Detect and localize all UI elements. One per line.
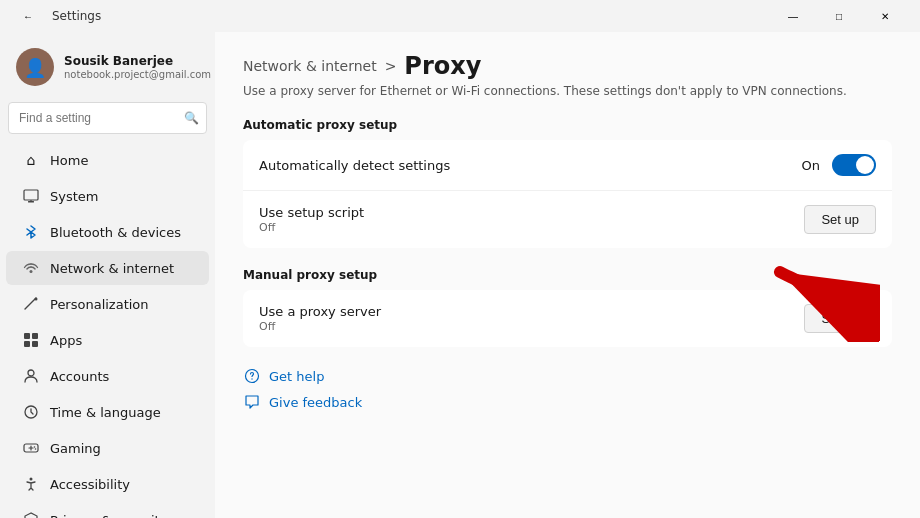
auto-detect-row: Automatically detect settings On — [243, 140, 892, 191]
svg-point-15 — [35, 448, 37, 450]
close-button[interactable]: ✕ — [862, 0, 908, 32]
apps-icon — [22, 331, 40, 349]
page-title: Proxy — [404, 52, 481, 80]
sidebar-item-label: Bluetooth & devices — [50, 225, 181, 240]
svg-rect-8 — [32, 341, 38, 347]
sidebar-item-label: Network & internet — [50, 261, 174, 276]
main-content: Network & internet > Proxy Use a proxy s… — [215, 32, 920, 518]
feedback-icon — [243, 393, 261, 411]
get-help-icon — [243, 367, 261, 385]
proxy-server-sublabel: Off — [259, 320, 381, 333]
sidebar-item-label: Home — [50, 153, 88, 168]
window-controls: — □ ✕ — [770, 0, 908, 32]
sidebar-item-accessibility[interactable]: Accessibility — [6, 467, 209, 501]
svg-point-3 — [30, 270, 33, 273]
automatic-proxy-section-title: Automatic proxy setup — [243, 118, 892, 132]
svg-rect-5 — [24, 333, 30, 339]
system-icon — [22, 187, 40, 205]
sidebar-item-label: Accounts — [50, 369, 109, 384]
auto-detect-label: Automatically detect settings — [259, 158, 450, 173]
setup-script-button[interactable]: Set up — [804, 205, 876, 234]
svg-rect-0 — [24, 190, 38, 200]
search-box[interactable]: 🔍 — [8, 102, 207, 134]
sidebar-item-home[interactable]: ⌂ Home — [6, 143, 209, 177]
sidebar-item-network[interactable]: Network & internet — [6, 251, 209, 285]
breadcrumb-separator: > — [385, 58, 397, 74]
give-feedback-label: Give feedback — [269, 395, 362, 410]
svg-point-16 — [30, 478, 33, 481]
get-help-label: Get help — [269, 369, 324, 384]
proxy-server-label: Use a proxy server — [259, 304, 381, 319]
svg-point-4 — [35, 298, 38, 301]
get-help-link[interactable]: Get help — [243, 367, 892, 385]
gaming-icon — [22, 439, 40, 457]
back-button[interactable]: ← — [12, 0, 44, 32]
accounts-icon — [22, 367, 40, 385]
sidebar-item-label: Gaming — [50, 441, 101, 456]
automatic-proxy-card: Automatically detect settings On Use set… — [243, 140, 892, 248]
sidebar-item-personalization[interactable]: Personalization — [6, 287, 209, 321]
sidebar-item-privacy[interactable]: Privacy & security — [6, 503, 209, 518]
setup-script-label: Use setup script — [259, 205, 364, 220]
svg-point-19 — [251, 378, 252, 379]
network-icon — [22, 259, 40, 277]
privacy-icon — [22, 511, 40, 518]
page-description: Use a proxy server for Ethernet or Wi-Fi… — [243, 84, 892, 98]
svg-point-14 — [34, 446, 36, 448]
maximize-button[interactable]: □ — [816, 0, 862, 32]
help-links: Get help Give feedback — [243, 367, 892, 411]
accessibility-icon — [22, 475, 40, 493]
search-input[interactable] — [8, 102, 207, 134]
breadcrumb-parent[interactable]: Network & internet — [243, 58, 377, 74]
manual-proxy-section-title: Manual proxy setup — [243, 268, 892, 282]
sidebar-item-label: Accessibility — [50, 477, 130, 492]
user-name: Sousik Banerjee — [64, 54, 211, 68]
svg-rect-6 — [32, 333, 38, 339]
breadcrumb: Network & internet > Proxy — [243, 52, 892, 80]
personalization-icon — [22, 295, 40, 313]
proxy-server-row: Use a proxy server Off Set up — [243, 290, 892, 347]
titlebar-title: Settings — [52, 9, 101, 23]
sidebar-item-gaming[interactable]: Gaming — [6, 431, 209, 465]
setup-script-row: Use setup script Off Set up — [243, 191, 892, 248]
sidebar: 👤 Sousik Banerjee notebook.project@gmail… — [0, 32, 215, 518]
sidebar-item-label: Privacy & security — [50, 513, 167, 519]
sidebar-item-time[interactable]: Time & language — [6, 395, 209, 429]
sidebar-item-accounts[interactable]: Accounts — [6, 359, 209, 393]
app-body: 👤 Sousik Banerjee notebook.project@gmail… — [0, 32, 920, 518]
sidebar-item-bluetooth[interactable]: Bluetooth & devices — [6, 215, 209, 249]
home-icon: ⌂ — [22, 151, 40, 169]
auto-detect-toggle[interactable] — [832, 154, 876, 176]
sidebar-item-label: System — [50, 189, 98, 204]
user-email: notebook.project@gmail.com — [64, 69, 211, 80]
manual-proxy-card: Use a proxy server Off Set up — [243, 290, 892, 347]
setup-script-sublabel: Off — [259, 221, 364, 234]
avatar: 👤 — [16, 48, 54, 86]
sidebar-item-label: Apps — [50, 333, 82, 348]
sidebar-item-apps[interactable]: Apps — [6, 323, 209, 357]
time-icon — [22, 403, 40, 421]
minimize-button[interactable]: — — [770, 0, 816, 32]
toggle-thumb — [856, 156, 874, 174]
give-feedback-link[interactable]: Give feedback — [243, 393, 892, 411]
toggle-on-label: On — [802, 158, 820, 173]
user-profile[interactable]: 👤 Sousik Banerjee notebook.project@gmail… — [0, 40, 215, 102]
sidebar-item-label: Personalization — [50, 297, 149, 312]
svg-point-9 — [28, 370, 34, 376]
bluetooth-icon — [22, 223, 40, 241]
sidebar-item-label: Time & language — [50, 405, 161, 420]
search-icon: 🔍 — [184, 111, 199, 125]
svg-rect-1 — [28, 201, 34, 203]
sidebar-item-system[interactable]: System — [6, 179, 209, 213]
proxy-server-setup-button[interactable]: Set up — [804, 304, 876, 333]
svg-rect-7 — [24, 341, 30, 347]
titlebar: ← Settings — □ ✕ — [0, 0, 920, 32]
